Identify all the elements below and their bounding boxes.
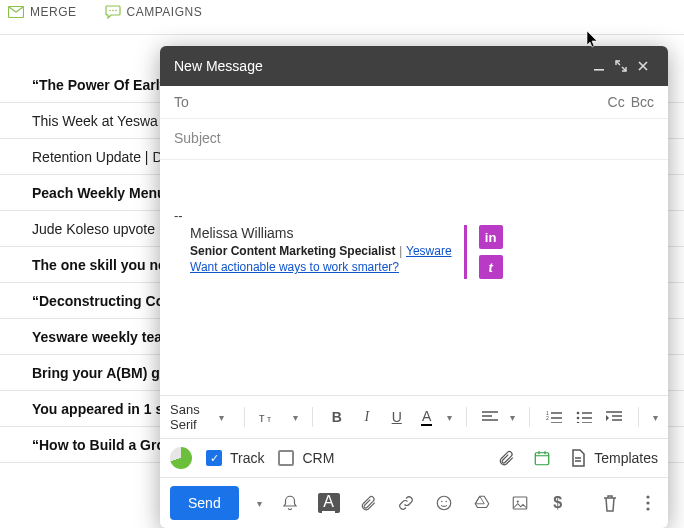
toolbar-separator	[638, 407, 639, 427]
yesware-logo-icon[interactable]	[170, 447, 192, 469]
align-button[interactable]	[480, 407, 500, 427]
send-button[interactable]: Send	[170, 486, 239, 520]
text-color-button[interactable]: A	[417, 407, 437, 427]
signature-title: Senior Content Marketing Specialist	[190, 244, 395, 258]
drive-icon[interactable]	[472, 493, 492, 513]
templates-icon	[568, 448, 588, 468]
emoji-icon[interactable]	[434, 493, 454, 513]
campaigns-button[interactable]: CAMPAIGNS	[105, 4, 203, 20]
chevron-down-icon[interactable]: ▾	[293, 412, 298, 423]
svg-point-17	[516, 500, 518, 502]
signature-dashes: --	[174, 208, 654, 223]
app-topbar: MERGE CAMPAIGNS	[0, 0, 684, 24]
font-family-picker[interactable]: Sans Serif ▾	[170, 402, 230, 432]
signature-company-link[interactable]: Yesware	[406, 244, 452, 258]
svg-rect-4	[594, 69, 604, 71]
linkedin-icon[interactable]: in	[479, 225, 503, 249]
templates-label: Templates	[594, 450, 658, 466]
chevron-down-icon[interactable]: ▾	[447, 412, 452, 423]
minimize-icon[interactable]	[588, 60, 610, 72]
more-options-icon[interactable]	[638, 493, 658, 513]
attach-tracking-icon[interactable]	[496, 448, 516, 468]
send-options-button[interactable]: ▾	[257, 498, 262, 509]
svg-rect-16	[513, 497, 527, 509]
compose-window: New Message To Cc Bcc -- Melissa William…	[160, 46, 668, 528]
svg-point-2	[112, 10, 114, 12]
italic-button[interactable]: I	[357, 407, 377, 427]
font-size-button[interactable]: тт	[259, 407, 279, 427]
font-family-label: Sans Serif	[170, 402, 213, 432]
insert-photo-icon[interactable]	[510, 493, 530, 513]
indent-button[interactable]	[604, 407, 624, 427]
format-toggle-button[interactable]: A	[318, 493, 340, 513]
svg-text:т: т	[259, 411, 265, 424]
toolbar-separator	[466, 407, 467, 427]
expand-icon[interactable]	[610, 60, 632, 72]
chevron-down-icon: ▾	[219, 412, 224, 423]
to-input[interactable]	[214, 94, 608, 110]
attach-file-icon[interactable]	[358, 493, 378, 513]
yesware-toolbar: ✓ Track ✓ CRM Templates	[160, 438, 668, 477]
envelope-icon	[8, 4, 24, 20]
svg-point-11	[577, 422, 580, 423]
compose-body[interactable]: -- Melissa Williams Senior Content Marke…	[160, 160, 668, 395]
chevron-down-icon[interactable]: ▾	[510, 412, 515, 423]
svg-point-10	[577, 417, 580, 420]
toolbar-separator	[244, 407, 245, 427]
toolbar-separator	[529, 407, 530, 427]
svg-text:2: 2	[546, 415, 549, 421]
track-label: Track	[230, 450, 264, 466]
bulleted-list-button[interactable]	[574, 407, 594, 427]
crm-label: CRM	[302, 450, 334, 466]
insert-link-icon[interactable]	[396, 493, 416, 513]
compose-title: New Message	[174, 58, 263, 74]
more-format-button[interactable]: ▾	[653, 412, 658, 423]
svg-point-13	[437, 496, 451, 510]
templates-button[interactable]: Templates	[568, 448, 658, 468]
svg-point-18	[646, 495, 649, 498]
checkbox-unchecked-icon: ✓	[278, 450, 294, 466]
mail-merge-button[interactable]: MERGE	[8, 4, 77, 20]
svg-point-3	[115, 10, 117, 12]
speech-bubble-icon	[105, 4, 121, 20]
twitter-icon[interactable]: t	[479, 255, 503, 279]
svg-point-15	[445, 501, 447, 503]
signature-separator: |	[395, 243, 406, 258]
send-later-icon[interactable]	[532, 448, 552, 468]
mail-merge-label: MERGE	[30, 5, 77, 19]
svg-text:т: т	[267, 414, 271, 424]
subject-input[interactable]	[174, 130, 654, 146]
compose-titlebar[interactable]: New Message	[160, 46, 668, 86]
money-icon[interactable]: $	[548, 493, 568, 513]
svg-point-14	[441, 501, 443, 503]
signature-block: Melissa Williams Senior Content Marketin…	[174, 225, 654, 279]
reminder-bell-icon[interactable]	[280, 493, 300, 513]
checkbox-checked-icon: ✓	[206, 450, 222, 466]
cc-button[interactable]: Cc	[608, 94, 625, 110]
svg-rect-12	[535, 453, 549, 465]
signature-name: Melissa Williams	[190, 225, 452, 241]
track-toggle[interactable]: ✓ Track	[206, 450, 264, 466]
send-toolbar: Send ▾ A $	[160, 477, 668, 528]
svg-point-19	[646, 501, 649, 504]
signature-cta-link[interactable]: Want actionable ways to work smarter?	[190, 260, 399, 274]
subject-row	[160, 119, 668, 160]
svg-point-1	[109, 10, 111, 12]
campaigns-label: CAMPAIGNS	[127, 5, 203, 19]
crm-toggle[interactable]: ✓ CRM	[278, 450, 334, 466]
to-row: To Cc Bcc	[160, 86, 668, 119]
format-toolbar: Sans Serif ▾ тт ▾ B I U A ▾ ▾ 12	[160, 395, 668, 438]
bcc-button[interactable]: Bcc	[631, 94, 654, 110]
to-label: To	[174, 94, 214, 110]
underline-button[interactable]: U	[387, 407, 407, 427]
svg-point-20	[646, 507, 649, 510]
svg-point-9	[577, 412, 580, 415]
numbered-list-button[interactable]: 12	[544, 407, 564, 427]
close-icon[interactable]	[632, 60, 654, 72]
discard-draft-icon[interactable]	[600, 493, 620, 513]
toolbar-separator	[312, 407, 313, 427]
signature-divider	[464, 225, 467, 279]
bold-button[interactable]: B	[327, 407, 347, 427]
